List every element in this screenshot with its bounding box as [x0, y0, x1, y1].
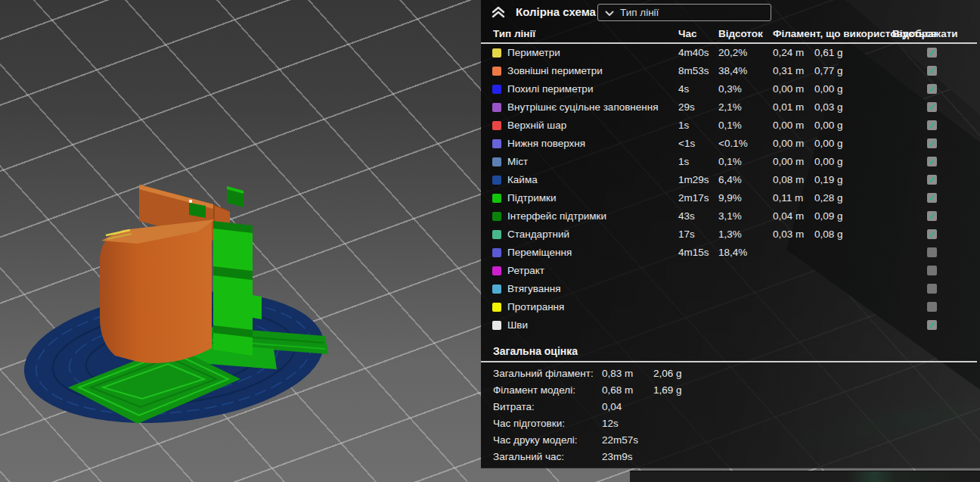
visibility-checkbox[interactable]: ✓ [927, 157, 937, 166]
percent-value: 0,1% [718, 120, 742, 131]
check-icon: ✓ [928, 102, 936, 112]
horizontal-slider-bar[interactable] [630, 471, 980, 482]
line-type-label: Внутрішнє суцільне заповнення [507, 101, 659, 113]
visibility-checkbox[interactable] [927, 247, 937, 257]
summary-row: Загальний філамент:0,83 m2,06 g [481, 366, 980, 383]
line-type-label: Протирання [507, 301, 564, 313]
line-type-color-swatch [492, 212, 501, 221]
view-type-dropdown[interactable]: Тип лінії [597, 4, 771, 21]
line-type-row: Периметри4m40s20,2%0,24 m0,61 g✓ [481, 44, 980, 62]
visibility-checkbox[interactable]: ✓ [927, 138, 937, 148]
filament-weight-value: 0,19 g [814, 174, 843, 185]
summary-title: Загальна оцінка [493, 345, 578, 357]
filament-weight-value: 0,00 g [814, 83, 843, 95]
line-type-row: Стандартний17s1,3%0,03 m0,08 g✓ [481, 225, 980, 244]
collapse-panel-button[interactable] [490, 5, 507, 19]
visibility-checkbox[interactable]: ✓ [927, 84, 937, 94]
line-type-color-swatch [492, 139, 501, 148]
line-type-color-swatch [492, 176, 501, 185]
filament-length-value: 0,03 m [773, 229, 804, 240]
check-icon: ✓ [928, 138, 936, 148]
filament-length-value: 0,08 m [773, 174, 804, 185]
line-type-color-swatch [492, 67, 501, 76]
panel-title: Колірна схема [516, 5, 596, 18]
line-type-row: Переміщення4m15s18,4% [481, 244, 980, 262]
percent-value: 20,2% [718, 47, 747, 58]
chevron-down-icon [605, 11, 614, 17]
line-type-row: Підтримки2m17s9,9%0,11 m0,28 g✓ [481, 189, 980, 207]
time-value: 2m17s [678, 192, 709, 204]
view-type-value: Тип лінії [620, 7, 659, 18]
line-type-label: Переміщення [507, 247, 572, 258]
visibility-checkbox[interactable]: ✓ [927, 211, 937, 221]
visibility-checkbox[interactable] [927, 266, 937, 275]
line-type-label: Верхній шар [507, 120, 566, 131]
visibility-checkbox[interactable] [927, 284, 937, 294]
filament-length-value: 0,00 m [773, 83, 804, 95]
summary-row: Філамент моделі:0,68 m1,69 g [481, 383, 980, 400]
summary-value-1: 12s [602, 418, 619, 429]
line-type-color-swatch [492, 48, 501, 58]
visibility-checkbox[interactable]: ✓ [927, 120, 937, 130]
summary-value-2: 1,69 g [653, 384, 682, 396]
line-type-color-swatch [492, 85, 501, 94]
check-icon: ✓ [928, 211, 936, 221]
summary-divider [481, 361, 977, 362]
line-type-label: Нижня поверхня [507, 138, 585, 149]
visibility-checkbox[interactable]: ✓ [927, 66, 937, 76]
visibility-checkbox[interactable]: ✓ [927, 48, 937, 58]
line-type-color-swatch [492, 157, 501, 166]
visibility-checkbox[interactable]: ✓ [927, 320, 937, 330]
filament-length-value: 0,11 m [773, 192, 803, 204]
check-icon: ✓ [928, 320, 936, 330]
line-type-row: Нижня поверхня<1s<0.1%0,00 m0,00 g✓ [481, 135, 980, 153]
time-value: 4m15s [678, 247, 709, 258]
line-type-row: Верхній шар1s0,1%0,00 m0,00 g✓ [481, 117, 980, 135]
line-type-label: Ретракт [507, 265, 544, 276]
time-value: 1s [678, 156, 689, 167]
summary-row: Час підготовки:12s [481, 416, 980, 433]
line-type-label: Шви [507, 319, 528, 331]
filament-length-value: 0,04 m [773, 210, 804, 222]
percent-value: 38,4% [718, 65, 747, 76]
summary-value-1: 0,83 m [602, 368, 633, 379]
time-value: 1m29s [678, 174, 709, 185]
percent-value: 3,1% [718, 210, 742, 222]
check-icon: ✓ [928, 229, 936, 239]
time-value: 29s [678, 101, 695, 113]
percent-value: 9,9% [718, 192, 742, 204]
check-icon: ✓ [928, 157, 936, 166]
color-scheme-panel: Колірна схема Тип лінії Тип лінії Час Ві… [481, 0, 980, 468]
check-icon: ✓ [928, 66, 936, 76]
line-type-row: Шви✓ [481, 316, 980, 334]
check-icon: ✓ [928, 48, 936, 58]
visibility-checkbox[interactable]: ✓ [927, 229, 937, 239]
line-type-row: Зовнішні периметри8m53s38,4%0,31 m0,77 g… [481, 62, 980, 80]
visibility-checkbox[interactable] [927, 302, 937, 312]
line-type-row: Внутрішнє суцільне заповнення29s2,1%0,01… [481, 98, 980, 117]
summary-row: Загальний час:23m9s [481, 449, 980, 466]
line-type-color-swatch [492, 248, 501, 257]
visibility-checkbox[interactable]: ✓ [927, 193, 937, 203]
line-type-label: Міст [507, 156, 528, 167]
summary-label: Час підготовки: [493, 418, 565, 429]
time-value: 17s [678, 229, 695, 240]
line-type-color-swatch [492, 321, 501, 330]
line-type-label: Втягування [507, 283, 560, 294]
visibility-checkbox[interactable]: ✓ [927, 102, 937, 112]
line-type-row: Міст1s0,1%0,00 m0,00 g✓ [481, 153, 980, 171]
summary-value-2: 2,06 g [653, 368, 682, 379]
line-type-label: Стандартний [507, 229, 569, 240]
line-type-label: Зовнішні периметри [507, 65, 603, 76]
summary-label: Витрата: [493, 401, 535, 412]
filament-weight-value: 0,77 g [814, 65, 843, 76]
check-icon: ✓ [928, 193, 936, 203]
filament-weight-value: 0,09 g [814, 210, 843, 222]
line-type-row: Кайма1m29s6,4%0,08 m0,19 g✓ [481, 171, 980, 189]
line-type-label: Кайма [507, 174, 538, 185]
time-value: 4m40s [678, 47, 709, 58]
visibility-checkbox[interactable]: ✓ [927, 175, 937, 185]
summary-label: Загальний час: [493, 451, 564, 462]
time-value: <1s [678, 138, 695, 149]
filament-weight-value: 0,08 g [814, 229, 843, 240]
